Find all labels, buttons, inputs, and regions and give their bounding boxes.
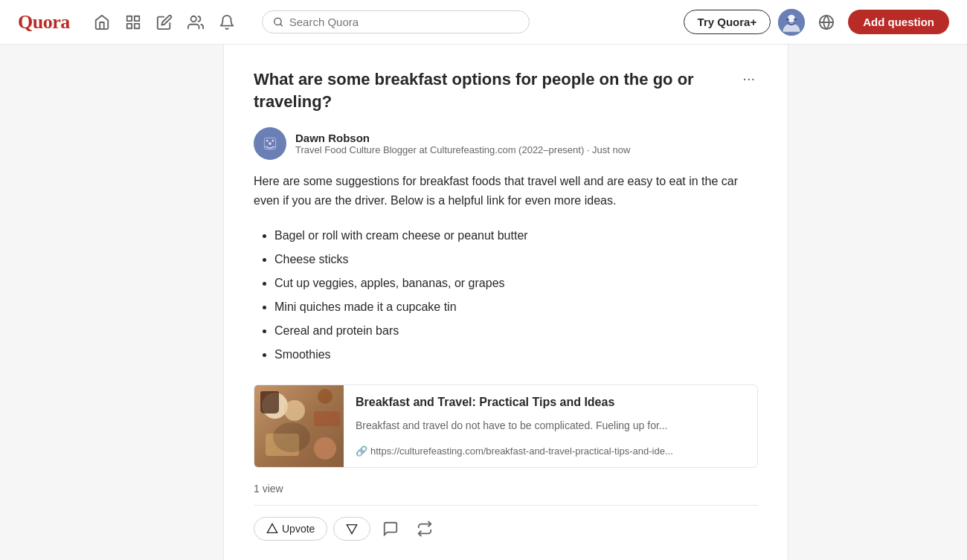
bullet-item: Smoothies xyxy=(274,343,758,367)
bullet-item: Cut up veggies, apples, bananas, or grap… xyxy=(274,271,758,295)
author-avatar-icon xyxy=(260,133,280,154)
svg-rect-3 xyxy=(135,23,139,28)
link-card-body: Breakfast and Travel: Practical Tips and… xyxy=(344,385,757,467)
svg-point-14 xyxy=(266,140,269,142)
globe-icon xyxy=(818,14,835,30)
search-bar xyxy=(262,10,530,33)
svg-point-15 xyxy=(272,140,274,142)
notifications-icon-button[interactable] xyxy=(213,8,241,36)
feed-icon xyxy=(125,14,141,30)
more-options-button[interactable]: ··· xyxy=(739,70,758,87)
community-icon-button[interactable] xyxy=(181,8,210,36)
language-icon-button[interactable] xyxy=(812,8,841,36)
svg-rect-1 xyxy=(135,16,139,20)
search-input[interactable] xyxy=(289,16,518,28)
link-icon: 🔗 xyxy=(356,445,367,457)
write-icon-button[interactable] xyxy=(150,8,179,36)
search-icon xyxy=(273,16,283,28)
link-card-url-text: https://culturefeasting.com/breakfast-an… xyxy=(370,445,673,457)
share-button[interactable] xyxy=(411,515,439,543)
right-sidebar xyxy=(788,45,967,560)
quora-logo[interactable]: Quora xyxy=(18,11,70,33)
action-bar: Upvote xyxy=(254,505,758,543)
home-icon xyxy=(94,14,110,30)
question-header: What are some breakfast options for peop… xyxy=(254,68,758,112)
comment-icon xyxy=(382,521,399,537)
comment-button[interactable] xyxy=(376,515,405,543)
link-card-image xyxy=(254,385,344,467)
link-card-image-inner xyxy=(254,385,344,467)
content-area: What are some breakfast options for peop… xyxy=(223,45,788,560)
upvote-button[interactable]: Upvote xyxy=(254,517,327,541)
feed-icon-button[interactable] xyxy=(119,8,147,36)
nav-icons xyxy=(88,8,241,36)
svg-rect-0 xyxy=(126,16,131,20)
left-sidebar xyxy=(0,45,223,560)
link-card-url: 🔗 https://culturefeasting.com/breakfast-… xyxy=(356,445,745,457)
try-quora-button[interactable]: Try Quora+ xyxy=(684,10,771,34)
nav-right: Try Quora+ Add question xyxy=(684,8,949,36)
svg-rect-2 xyxy=(126,23,131,28)
svg-point-8 xyxy=(788,14,795,22)
author-avatar[interactable] xyxy=(254,127,286,160)
notifications-icon xyxy=(219,14,235,30)
navbar: Quora xyxy=(0,0,967,45)
svg-point-16 xyxy=(269,142,272,145)
write-icon xyxy=(156,14,173,30)
svg-point-10 xyxy=(794,18,797,21)
share-icon xyxy=(417,521,433,537)
svg-line-6 xyxy=(280,24,282,26)
author-name[interactable]: Dawn Robson xyxy=(295,132,630,144)
main-layout: What are some breakfast options for peop… xyxy=(0,45,967,560)
add-question-button[interactable]: Add question xyxy=(848,10,949,34)
community-icon xyxy=(187,14,204,30)
svg-point-9 xyxy=(786,18,789,21)
bullet-item: Bagel or roll with cream cheese or peanu… xyxy=(274,224,758,248)
author-bio: Travel Food Culture Blogger at Culturefe… xyxy=(295,144,630,155)
upvote-icon xyxy=(266,523,278,535)
link-card-description: Breakfast and travel do not have to be c… xyxy=(356,419,745,431)
views-count: 1 view xyxy=(254,483,758,495)
svg-marker-19 xyxy=(347,524,357,533)
downvote-icon xyxy=(346,523,358,535)
upvote-label: Upvote xyxy=(282,523,315,535)
bullet-item: Mini quiches made it a cupcake tin xyxy=(274,295,758,319)
bullet-item: Cereal and protein bars xyxy=(274,319,758,343)
downvote-button[interactable] xyxy=(333,517,370,541)
author-row: Dawn Robson Travel Food Culture Blogger … xyxy=(254,127,758,160)
user-avatar[interactable] xyxy=(778,9,805,36)
bullet-list: Bagel or roll with cream cheese or peanu… xyxy=(254,224,758,367)
svg-marker-18 xyxy=(267,524,277,532)
author-info: Dawn Robson Travel Food Culture Blogger … xyxy=(295,132,630,155)
home-icon-button[interactable] xyxy=(88,8,116,36)
question-title: What are some breakfast options for peop… xyxy=(254,68,739,112)
avatar-icon xyxy=(778,9,805,36)
link-card[interactable]: Breakfast and Travel: Practical Tips and… xyxy=(254,384,758,468)
link-card-title: Breakfast and Travel: Practical Tips and… xyxy=(356,396,745,409)
svg-point-4 xyxy=(190,16,196,21)
bullet-item: Cheese sticks xyxy=(274,248,758,271)
answer-intro: Here are some suggestions for breakfast … xyxy=(254,172,758,210)
